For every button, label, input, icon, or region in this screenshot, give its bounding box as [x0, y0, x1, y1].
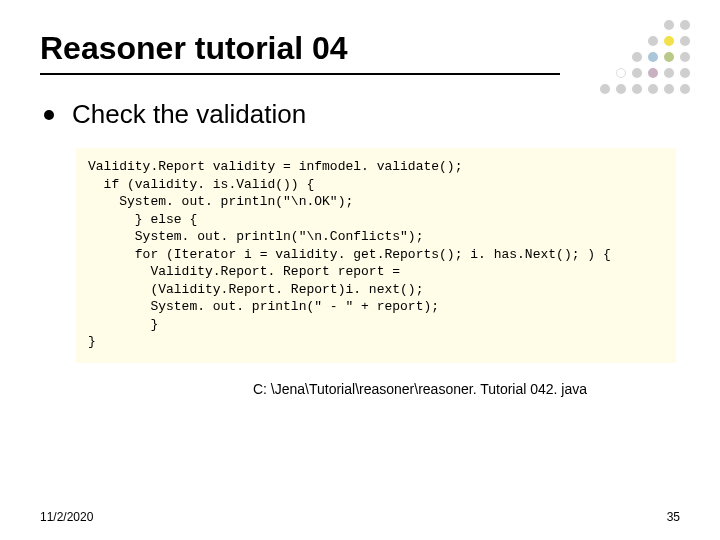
content-area: Check the validation Validity.Report val… [40, 99, 680, 397]
decorative-dot-grid [580, 20, 690, 100]
footer-date: 11/2/2020 [40, 510, 93, 524]
bullet-item: Check the validation [44, 99, 680, 130]
code-block: Validity.Report validity = infmodel. val… [76, 148, 676, 363]
file-path: C: \Jena\Tutorial\reasoner\reasoner. Tut… [40, 381, 680, 397]
footer-page: 35 [667, 510, 680, 524]
title-underline [40, 73, 560, 75]
footer: 11/2/2020 35 [40, 510, 680, 524]
bullet-text: Check the validation [72, 99, 306, 130]
bullet-icon [44, 110, 54, 120]
slide: Reasoner tutorial 04 Check the validatio… [0, 0, 720, 540]
